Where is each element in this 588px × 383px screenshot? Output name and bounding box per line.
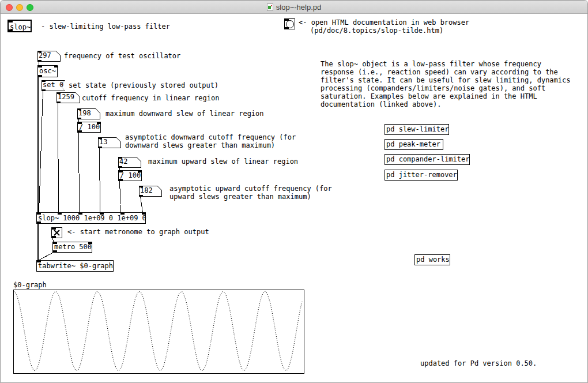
subpatch-peak-meter-label: pd peak-meter	[386, 140, 440, 149]
minimize-button[interactable]	[16, 4, 23, 11]
outlet-nub[interactable]	[53, 250, 57, 252]
outlet-nub[interactable]	[77, 118, 81, 119]
inlet-nub[interactable]	[97, 122, 101, 124]
inlet-nub[interactable]	[285, 19, 289, 21]
object-box-tabwrite[interactable]: tabwrite~ $0-graph	[36, 260, 114, 272]
object-box-slop-main-label: slop~ 1000 1e+09 0 1e+09 0	[38, 213, 146, 223]
message-box-set-0-label: set 0	[43, 80, 63, 90]
inlet-nub[interactable]	[54, 66, 58, 67]
subpatch-jitter-remover[interactable]: pd jitter-remover	[385, 170, 458, 181]
outlet-nub[interactable]	[9, 29, 13, 31]
comment-freq-test: frequency of test oscillator	[64, 52, 180, 60]
object-box-slop-main[interactable]: slop~ 1000 1e+09 0 1e+09 0	[36, 212, 146, 224]
slop-tilde-reference-box-label: slop~	[10, 21, 31, 33]
number-box-297[interactable]: 297	[37, 51, 61, 62]
subpatch-jitter-remover-label: pd jitter-remover	[386, 170, 457, 180]
comment-description: The slop~ object is a low-pass filter wh…	[321, 60, 570, 108]
number-box-1259[interactable]: 1259	[56, 92, 80, 103]
comment-asymptotic-down: asymptotic downward cutoff frequency (fo…	[125, 133, 296, 149]
inlet-nub[interactable]	[42, 80, 46, 82]
comment-graph-label: $0-graph	[13, 281, 47, 289]
inlet-nub[interactable]	[37, 51, 42, 52]
outlet-nub[interactable]	[42, 89, 46, 91]
inlet-nub[interactable]	[98, 137, 102, 139]
close-button[interactable]	[6, 4, 13, 11]
inlet-nub[interactable]	[58, 213, 62, 215]
outlet-nub[interactable]	[37, 221, 41, 223]
outlet-nub[interactable]	[118, 166, 122, 168]
outlet-nub[interactable]	[119, 179, 123, 181]
outlet-nub[interactable]	[98, 147, 102, 148]
inlet-nub[interactable]	[52, 228, 56, 230]
document-icon	[267, 3, 273, 11]
number-box-13[interactable]: 13	[98, 137, 121, 148]
title-group: slop~-help.pd	[267, 3, 321, 12]
open-docs-bang[interactable]	[284, 18, 295, 29]
number-box-182[interactable]: 182	[139, 186, 162, 197]
number-box-198[interactable]: 198	[77, 108, 100, 119]
comment-tagline: - slew-limiting low-pass filter	[41, 22, 170, 31]
object-box-div100-a[interactable]: / 100	[77, 122, 101, 133]
message-box-set-0[interactable]: set 0	[42, 80, 65, 91]
waveform-trace	[14, 290, 303, 372]
inlet-nub[interactable]	[139, 186, 143, 187]
slop-tilde-reference-box[interactable]: slop~	[7, 20, 32, 32]
inlet-nub[interactable]	[78, 122, 82, 124]
window-title: slop~-help.pd	[276, 3, 321, 12]
subpatch-slew-limiter-label: pd slew-limiter	[386, 125, 448, 134]
subpatch-compander-limiter-label: pd compander-limiter	[386, 155, 470, 164]
outlet-nub[interactable]	[78, 130, 82, 132]
title-bar[interactable]: slop~-help.pd	[1, 1, 587, 14]
pd-patch-window: slop~-help.pd slop~297osc~set 01259198/ …	[0, 0, 588, 383]
object-box-osc[interactable]: osc~	[37, 65, 58, 77]
inlet-nub[interactable]	[88, 242, 92, 244]
inlet-nub[interactable]	[120, 213, 125, 215]
object-box-div100-b[interactable]: / 100	[118, 170, 142, 181]
inlet-nub[interactable]	[138, 171, 142, 172]
inlet-nub[interactable]	[77, 108, 81, 110]
comment-cutoff-linear: cutoff frequency in linear region	[82, 94, 219, 102]
outlet-nub[interactable]	[285, 27, 289, 29]
subpatch-slew-limiter[interactable]: pd slew-limiter	[385, 124, 449, 135]
object-box-metro-label: metro 500	[54, 242, 92, 252]
inlet-nub[interactable]	[56, 92, 61, 94]
inlet-nub[interactable]	[37, 261, 41, 262]
zoom-button[interactable]	[27, 4, 33, 11]
subpatch-works[interactable]: pd works	[414, 254, 450, 265]
subpatch-compander-limiter[interactable]: pd compander-limiter	[385, 154, 470, 165]
inlet-nub[interactable]	[142, 213, 146, 215]
outlet-nub[interactable]	[38, 75, 42, 77]
comment-open-docs-2: (pd/doc/8.topics/slop-tilde.htm)	[310, 27, 443, 35]
inlet-nub[interactable]	[9, 21, 13, 22]
inlet-nub[interactable]	[53, 242, 57, 244]
comment-open-docs-1: <- open HTML documentation in web browse…	[299, 18, 469, 27]
object-box-tabwrite-label: tabwrite~ $0-graph	[38, 261, 113, 271]
toggle-start-metronome[interactable]	[51, 227, 62, 238]
number-box-42[interactable]: 42	[118, 157, 141, 168]
inlet-nub[interactable]	[100, 213, 104, 215]
comment-max-downward: maximum downward slew of linear region	[105, 110, 264, 118]
comment-set-state: set state (previously stored output)	[69, 81, 218, 89]
subpatch-works-label: pd works	[416, 255, 450, 265]
inlet-nub[interactable]	[78, 213, 82, 215]
inlet-nub[interactable]	[119, 171, 123, 172]
comment-asymptotic-up: asymptotic upward cutoff frequency (for …	[169, 185, 332, 201]
outlet-nub[interactable]	[139, 195, 143, 197]
inlet-nub[interactable]	[38, 66, 42, 67]
inlet-nub[interactable]	[118, 157, 122, 159]
inlet-nub[interactable]	[37, 213, 41, 215]
subpatch-peak-meter[interactable]: pd peak-meter	[385, 139, 443, 150]
outlet-nub[interactable]	[52, 236, 56, 238]
comment-version: updated for Pd version 0.50.	[420, 359, 537, 367]
comment-start-metro: <- start metronome to graph output	[67, 228, 209, 236]
outlet-nub[interactable]	[37, 60, 42, 62]
outlet-nub[interactable]	[56, 102, 61, 103]
array-graph	[13, 290, 304, 374]
comment-max-upward: maximum upward slew of linear region	[148, 157, 298, 166]
object-box-metro[interactable]: metro 500	[52, 242, 92, 253]
